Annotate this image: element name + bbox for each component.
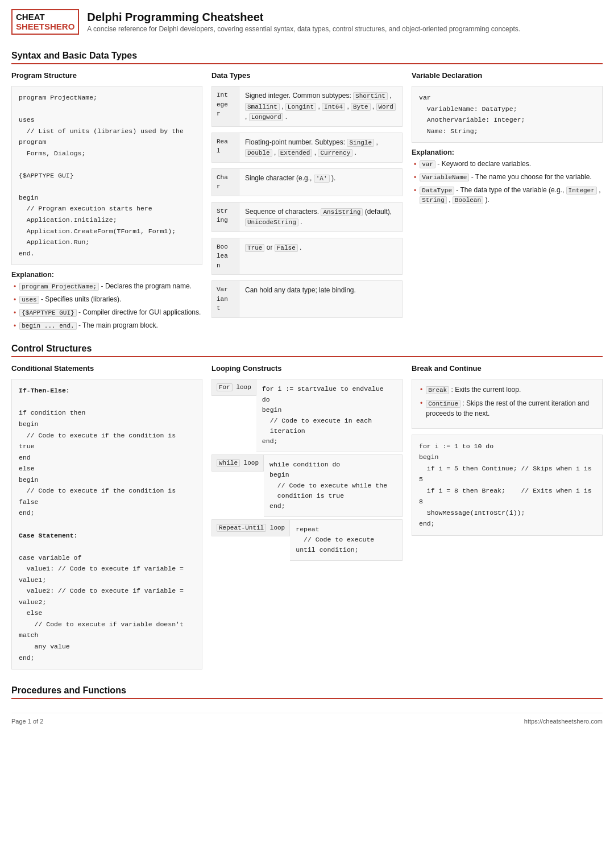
program-explanation-list: program ProjectName; - Declares the prog…: [11, 282, 202, 330]
header-text: Delphi Programming Cheatsheet A concise …: [87, 11, 520, 33]
dt-row-variant: Variant Can hold any data type; late bin…: [211, 280, 403, 318]
program-structure-code: program ProjectName; uses // List of uni…: [11, 86, 202, 265]
looping-title: Looping Constructs: [211, 364, 403, 374]
list-item: Break : Exits the current loop.: [420, 385, 594, 395]
list-item: uses - Specifies units (libraries).: [14, 295, 202, 305]
program-explanation-title: Explanation:: [11, 271, 202, 279]
page-title: Delphi Programming Cheatsheet: [87, 11, 520, 24]
list-item: var - Keyword to declare variables.: [414, 159, 603, 170]
conditional-col: Conditional Statements If-Then-Else: if …: [11, 364, 202, 675]
variable-explanation-title: Explanation:: [412, 148, 603, 156]
conditional-title: Conditional Statements: [11, 364, 202, 374]
variable-declaration-code: var VariableName: DataType; AnotherVaria…: [412, 86, 603, 143]
break-continue-list: Break : Exits the current loop. Continue…: [420, 385, 594, 419]
looping-col: Looping Constructs For loop for i := sta…: [211, 364, 403, 675]
variable-explanation: Explanation: var - Keyword to declare va…: [412, 148, 603, 205]
dt-row-char: Char Single character (e.g., 'A' ).: [211, 168, 403, 196]
break-continue-code: for i := 1 to 10 do begin if i = 5 then …: [412, 435, 603, 536]
syntax-section-title: Syntax and Basic Data Types: [11, 51, 603, 64]
page-number: Page 1 of 2: [11, 718, 43, 725]
loop-while: While loop while condition do begin // C…: [211, 454, 403, 517]
dt-row-boolean: Boolean True or False .: [211, 238, 403, 275]
list-item: program ProjectName; - Declares the prog…: [14, 282, 202, 292]
list-item: Continue : Skips the rest of the current…: [420, 399, 594, 419]
logo-line1: CHEAT: [16, 13, 74, 22]
list-item: DataType - The data type of the variable…: [414, 185, 603, 205]
data-types-title: Data Types: [211, 71, 403, 81]
logo-line2: SHEETSHERO: [16, 22, 74, 32]
footer: Page 1 of 2 https://cheatsheetshero.com: [11, 713, 603, 725]
dt-row-string: String Sequence of characters. AnsiStrin…: [211, 202, 403, 232]
control-section-title: Control Structures: [11, 344, 603, 357]
logo: CHEAT SHEETSHERO: [11, 9, 79, 35]
variable-explanation-list: var - Keyword to declare variables. Vari…: [412, 159, 603, 205]
variable-declaration-col: Variable Declaration var VariableName: D…: [412, 71, 603, 333]
syntax-columns: Program Structure program ProjectName; u…: [11, 71, 603, 333]
variable-declaration-title: Variable Declaration: [412, 71, 603, 81]
dt-row-real: Real Floating-point number. Subtypes: Si…: [211, 133, 403, 163]
data-types-col: Data Types Integer Signed integer. Commo…: [211, 71, 403, 333]
footer-url[interactable]: https://cheatsheetshero.com: [524, 718, 603, 725]
list-item: begin ... end. - The main program block.: [14, 321, 202, 331]
page-subtitle: A concise reference for Delphi developer…: [87, 25, 520, 33]
logo-highlight: HERO: [50, 22, 74, 31]
break-continue-title: Break and Continue: [412, 364, 603, 374]
procedures-section-title: Procedures and Functions: [11, 685, 603, 699]
list-item: {$APPTYPE GUI} - Compiler directive for …: [14, 308, 202, 318]
loop-repeat: Repeat-Until loop repeat // Code to exec…: [211, 519, 403, 561]
program-structure-explanation: Explanation: program ProjectName; - Decl…: [11, 271, 202, 330]
dt-row-integer: Integer Signed integer. Common subtypes:…: [211, 86, 403, 127]
list-item: VariableName - The name you choose for t…: [414, 172, 603, 183]
conditional-code: If-Then-Else: if condition then begin //…: [11, 379, 202, 669]
loop-for: For loop for i := startValue to endValue…: [211, 379, 403, 452]
program-structure-col: Program Structure program ProjectName; u…: [11, 71, 202, 333]
break-continue-col: Break and Continue Break : Exits the cur…: [412, 364, 603, 675]
program-structure-title: Program Structure: [11, 71, 202, 81]
header: CHEAT SHEETSHERO Delphi Programming Chea…: [11, 9, 603, 40]
control-columns: Conditional Statements If-Then-Else: if …: [11, 364, 603, 675]
logo-line2-text: SHEETS: [16, 22, 50, 31]
break-continue-bullets: Break : Exits the current loop. Continue…: [412, 379, 603, 428]
